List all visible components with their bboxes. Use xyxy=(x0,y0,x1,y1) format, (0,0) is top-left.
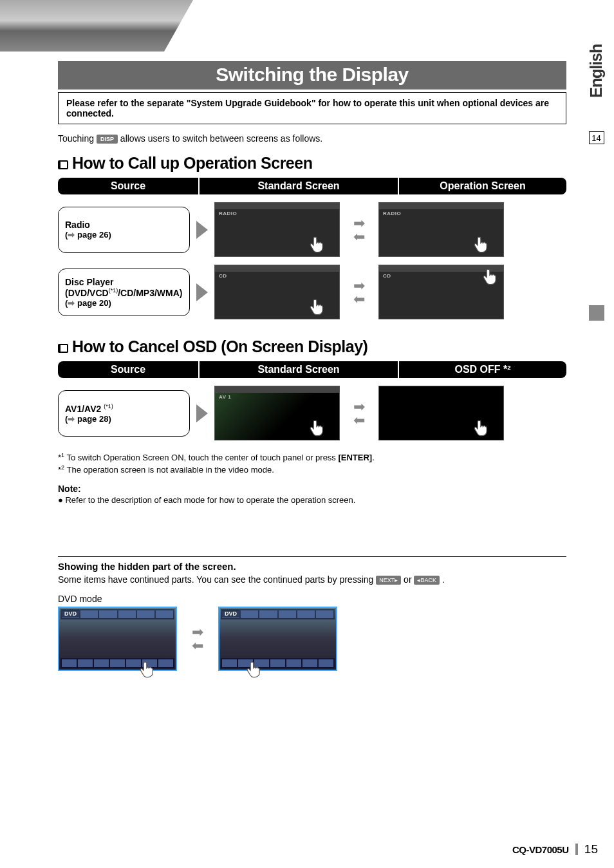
page-number: 15 xyxy=(584,842,598,856)
hand-pointer-icon xyxy=(308,236,326,254)
thumb-label: AV 1 xyxy=(219,394,231,400)
hand-pointer-icon xyxy=(472,419,490,437)
row-av: AV1/AV2 (*1) (➡ page 28) AV 1 ➡ ⬅ xyxy=(58,386,566,440)
page-title: Switching the Display xyxy=(58,61,566,90)
col-header-osdoff: OSD OFF *² xyxy=(399,361,566,378)
source-ref: (➡ page 20) xyxy=(65,298,183,308)
play-arrow-icon xyxy=(196,404,208,422)
note-heading: Note: xyxy=(58,484,566,494)
thumb-label: RADIO xyxy=(219,211,237,216)
source-box-disc: Disc Player (DVD/VCD(*1)/CD/MP3/WMA) (➡ … xyxy=(58,269,190,316)
source-box-radio: Radio (➡ page 26) xyxy=(58,207,190,253)
arrow-right-icon: ➡ xyxy=(192,628,203,636)
row-radio: Radio (➡ page 26) RADIO ➡ ⬅ RADIO xyxy=(58,202,566,257)
next-button-chip: NEXT▸ xyxy=(376,576,401,585)
col-header-standard: Standard Screen xyxy=(200,361,399,378)
standard-screen-radio: RADIO xyxy=(214,202,340,257)
play-arrow-icon xyxy=(196,283,208,301)
section2-heading-text: How to Cancel OSD (On Screen Display) xyxy=(72,337,367,355)
divider-line xyxy=(58,556,566,557)
section1-heading-text: How to Call up Operation Screen xyxy=(72,154,312,172)
source-title: Radio xyxy=(65,220,183,230)
intro-pre: Touching xyxy=(58,133,97,144)
col-header-source: Source xyxy=(58,178,200,194)
dvd-thumb-row: DVD ➡ ⬅ DVD xyxy=(58,607,566,671)
top-page-ref: 14 xyxy=(589,131,604,144)
page-footer: CQ-VD7005U 15 xyxy=(512,842,598,856)
language-label: English xyxy=(587,75,606,98)
bidirectional-arrows: ➡ ⬅ xyxy=(185,628,210,650)
hand-pointer-icon xyxy=(308,298,326,316)
tab-bullet-icon xyxy=(58,344,68,353)
thumb-label: RADIO xyxy=(383,211,401,216)
dvd-mode-label: DVD mode xyxy=(58,594,566,604)
hidden-part-body: Some items have continued parts. You can… xyxy=(58,574,566,585)
section1-header-row: Source Standard Screen Operation Screen xyxy=(58,178,566,194)
bidirectional-arrows: ➡ ⬅ xyxy=(346,219,372,241)
section-heading-call-up: How to Call up Operation Screen xyxy=(58,154,566,173)
side-tab: English 14 xyxy=(585,52,608,321)
arrow-left-icon: ⬅ xyxy=(192,641,203,650)
play-arrow-icon xyxy=(196,221,208,239)
hand-pointer-icon xyxy=(138,661,156,679)
operation-screen-radio: RADIO xyxy=(378,202,504,257)
bidirectional-arrows: ➡ ⬅ xyxy=(346,402,372,424)
hand-pointer-icon xyxy=(481,268,499,286)
tab-bullet-icon xyxy=(58,160,68,169)
row-disc-player: Disc Player (DVD/VCD(*1)/CD/MP3/WMA) (➡ … xyxy=(58,265,566,319)
arrow-right-icon: ➡ xyxy=(353,281,365,290)
back-button-chip: ◂BACK xyxy=(414,576,440,585)
footnote-1: *1 To switch Operation Screen ON, touch … xyxy=(58,452,566,462)
source-ref: (➡ page 26) xyxy=(65,230,183,240)
source-ref: (➡ page 28) xyxy=(65,414,183,424)
note-body: ● Refer to the description of each mode … xyxy=(58,495,566,505)
decorative-header-photo xyxy=(0,0,193,52)
footer-divider xyxy=(575,844,578,855)
hand-pointer-icon xyxy=(472,236,490,254)
dvd-tag: DVD xyxy=(62,610,79,618)
arrow-right-icon: ➡ xyxy=(353,219,365,227)
top-note-box: Please refer to the separate "System Upg… xyxy=(58,92,566,124)
hand-pointer-icon xyxy=(245,661,263,679)
source-title: Disc Player (DVD/VCD(*1)/CD/MP3/WMA) xyxy=(65,277,183,298)
col-header-standard: Standard Screen xyxy=(200,178,399,194)
operation-screen-cd: CD xyxy=(378,265,504,319)
dvd-tag: DVD xyxy=(222,610,239,618)
col-header-source: Source xyxy=(58,361,200,378)
model-number: CQ-VD7005U xyxy=(512,844,569,855)
arrow-left-icon: ⬅ xyxy=(353,295,365,303)
col-header-operation: Operation Screen xyxy=(399,178,566,194)
hidden-part-heading: Showing the hidden part of the screen. xyxy=(58,561,566,572)
arrow-left-icon: ⬅ xyxy=(353,232,365,241)
arrow-right-icon: ➡ xyxy=(353,402,365,411)
thumb-label: CD xyxy=(383,273,391,279)
source-title: AV1/AV2 (*1) xyxy=(65,403,183,414)
footnote-2: *2 The operation screen is not available… xyxy=(58,464,566,475)
standard-screen-cd: CD xyxy=(214,265,340,319)
section2-header-row: Source Standard Screen OSD OFF *² xyxy=(58,361,566,378)
thumb-label: CD xyxy=(219,273,227,279)
bidirectional-arrows: ➡ ⬅ xyxy=(346,281,372,303)
side-index-mark xyxy=(589,305,604,321)
source-box-av: AV1/AV2 (*1) (➡ page 28) xyxy=(58,390,190,437)
dvd-screen-left: DVD xyxy=(58,607,177,671)
hand-pointer-icon xyxy=(308,419,326,437)
arrow-left-icon: ⬅ xyxy=(353,416,365,424)
section-heading-cancel-osd: How to Cancel OSD (On Screen Display) xyxy=(58,337,566,356)
standard-screen-av: AV 1 xyxy=(214,386,340,440)
footnotes: *1 To switch Operation Screen ON, touch … xyxy=(58,452,566,475)
disp-button-chip: DISP xyxy=(97,135,118,144)
dvd-screen-right: DVD xyxy=(218,607,337,671)
osd-off-screen-av xyxy=(378,386,504,440)
intro-text: Touching DISP allows users to switch bet… xyxy=(58,133,566,144)
intro-post: allows users to switch between screens a… xyxy=(120,133,322,144)
